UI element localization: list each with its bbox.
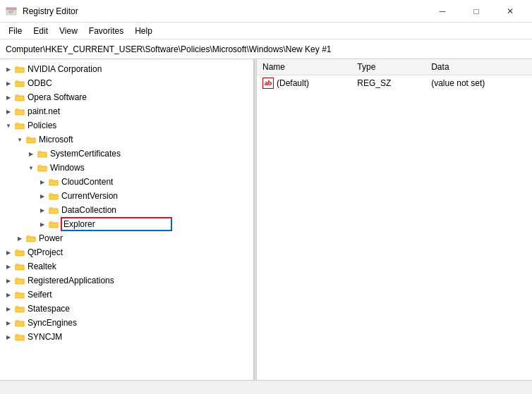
- address-bar: Computer\HKEY_CURRENT_USER\Software\Poli…: [0, 39, 532, 59]
- tree-label-qtproject: QtProject: [28, 247, 63, 257]
- tree-arrow-registeredapps[interactable]: [3, 275, 14, 286]
- tree-item-odbc[interactable]: ODBC: [0, 76, 253, 90]
- tree-label-systemcerts: SystemCertificates: [50, 149, 121, 159]
- folder-icon-seifert: [14, 289, 25, 300]
- folder-icon-currentversion: [48, 190, 59, 202]
- tree-label-policies: Policies: [28, 121, 56, 130]
- tree-arrow-qtproject[interactable]: [3, 247, 14, 258]
- tree-arrow-nvidia[interactable]: [3, 63, 14, 75]
- tree-label-realtek: Realtek: [28, 261, 56, 271]
- folder-icon-policies: [14, 120, 25, 131]
- tree-pane[interactable]: NVIDIA Corporation ODBC Opera Software p…: [0, 59, 254, 380]
- folder-icon-qtproject: [14, 247, 25, 258]
- tree-arrow-realtek[interactable]: [3, 261, 14, 272]
- tree-arrow-policies[interactable]: [3, 120, 14, 131]
- title-bar-left: Registry Editor: [6, 6, 78, 17]
- tree-label-windows: Windows: [50, 163, 85, 173]
- folder-icon-odbc: [14, 78, 25, 89]
- tree-arrow-syncengines[interactable]: [3, 317, 14, 328]
- tree-item-microsoft[interactable]: Microsoft: [0, 133, 253, 147]
- tree-label-paintnet: paint.net: [28, 106, 60, 116]
- table-row[interactable]: ab(Default)REG_SZ(value not set): [257, 75, 532, 91]
- table-header-row: Name Type Data: [257, 59, 532, 75]
- tree-item-statespace[interactable]: Statespace: [0, 302, 253, 316]
- address-path: Computer\HKEY_CURRENT_USER\Software\Poli…: [6, 44, 331, 54]
- tree-label-cloudcontent: CloudContent: [61, 177, 113, 187]
- window-controls[interactable]: ─ □ ✕: [426, 3, 526, 20]
- tree-arrow-seifert[interactable]: [3, 289, 14, 300]
- folder-icon-explorer: [48, 218, 59, 230]
- registry-values-table: Name Type Data ab(Default)REG_SZ(value n…: [257, 59, 532, 91]
- tree-arrow-systemcerts[interactable]: [25, 148, 37, 159]
- menu-item-help[interactable]: Help: [129, 25, 158, 37]
- tree-label-datacollection: DataCollection: [61, 205, 116, 215]
- svg-rect-1: [6, 8, 16, 10]
- tree-label-nvidia: NVIDIA Corporation: [28, 64, 102, 74]
- tree-edit-input-explorer[interactable]: [61, 218, 171, 230]
- tree-item-currentversion[interactable]: CurrentVersion: [0, 189, 253, 203]
- tree-arrow-paintnet[interactable]: [3, 106, 14, 117]
- folder-icon-realtek: [14, 261, 25, 272]
- folder-icon-windows: [37, 162, 48, 173]
- col-data-header: Data: [425, 59, 532, 75]
- cell-type: REG_SZ: [351, 75, 425, 91]
- title-bar: Registry Editor ─ □ ✕: [0, 0, 532, 23]
- tree-item-power[interactable]: Power: [0, 231, 253, 245]
- maximize-button[interactable]: □: [460, 3, 492, 20]
- tree-item-nvidia[interactable]: NVIDIA Corporation: [0, 62, 253, 76]
- menu-item-view[interactable]: View: [54, 25, 83, 37]
- menu-item-file[interactable]: File: [3, 25, 28, 37]
- tree-arrow-currentversion[interactable]: [37, 190, 48, 202]
- menu-bar: FileEditViewFavoritesHelp: [0, 23, 532, 39]
- menu-item-edit[interactable]: Edit: [28, 25, 54, 37]
- tree-arrow-windows[interactable]: [25, 162, 37, 173]
- folder-icon-power: [25, 233, 37, 244]
- close-button[interactable]: ✕: [494, 3, 526, 20]
- tree-item-syncjm[interactable]: SYNCJM: [0, 330, 253, 344]
- tree-item-policies[interactable]: Policies: [0, 118, 253, 133]
- minimize-button[interactable]: ─: [426, 3, 459, 20]
- menu-item-favorites[interactable]: Favorites: [83, 25, 129, 37]
- tree-item-syncengines[interactable]: SyncEngines: [0, 316, 253, 330]
- col-name-header: Name: [257, 59, 351, 75]
- tree-item-registeredapps[interactable]: RegisteredApplications: [0, 273, 253, 288]
- tree-item-systemcerts[interactable]: SystemCertificates: [0, 147, 253, 161]
- tree-item-explorer[interactable]: Explorer: [0, 217, 253, 231]
- folder-icon-statespace: [14, 303, 25, 314]
- tree-item-seifert[interactable]: Seifert: [0, 288, 253, 302]
- folder-icon-registeredapps: [14, 275, 25, 286]
- folder-icon-opera: [14, 92, 25, 103]
- tree-arrow-opera[interactable]: [3, 92, 14, 103]
- tree-item-paintnet[interactable]: paint.net: [0, 104, 253, 118]
- tree-item-windows[interactable]: Windows: [0, 161, 253, 175]
- tree-item-cloudcontent[interactable]: CloudContent: [0, 175, 253, 189]
- tree-arrow-statespace[interactable]: [3, 303, 14, 314]
- folder-icon-cloudcontent: [48, 176, 59, 187]
- tree-label-syncjm: SYNCJM: [28, 332, 62, 342]
- folder-icon-datacollection: [48, 204, 59, 216]
- table-body: ab(Default)REG_SZ(value not set): [257, 75, 532, 91]
- tree-label-microsoft: Microsoft: [39, 135, 73, 144]
- tree-label-power: Power: [39, 233, 63, 243]
- folder-icon-syncengines: [14, 317, 25, 328]
- tree-arrow-microsoft[interactable]: [14, 134, 25, 145]
- tree-arrow-syncjm[interactable]: [3, 331, 14, 343]
- tree-arrow-power[interactable]: [14, 233, 25, 244]
- tree-item-realtek[interactable]: Realtek: [0, 259, 253, 273]
- tree-arrow-cloudcontent[interactable]: [37, 176, 48, 187]
- tree-item-qtproject[interactable]: QtProject: [0, 245, 253, 259]
- tree-item-opera[interactable]: Opera Software: [0, 90, 253, 104]
- tree-label-opera: Opera Software: [28, 92, 87, 102]
- tree-label-statespace: Statespace: [28, 304, 70, 314]
- status-bar: [0, 380, 532, 394]
- folder-icon-syncjm: [14, 331, 25, 343]
- value-type-icon: ab: [262, 78, 274, 89]
- tree-item-datacollection[interactable]: DataCollection: [0, 203, 253, 217]
- tree-arrow-explorer[interactable]: [37, 218, 48, 230]
- tree-arrow-datacollection[interactable]: [37, 204, 48, 216]
- tree-label-odbc: ODBC: [28, 78, 52, 88]
- cell-name: ab(Default): [257, 75, 351, 91]
- cell-data: (value not set): [425, 75, 532, 91]
- tree-arrow-odbc[interactable]: [3, 78, 14, 89]
- folder-icon-nvidia: [14, 63, 25, 75]
